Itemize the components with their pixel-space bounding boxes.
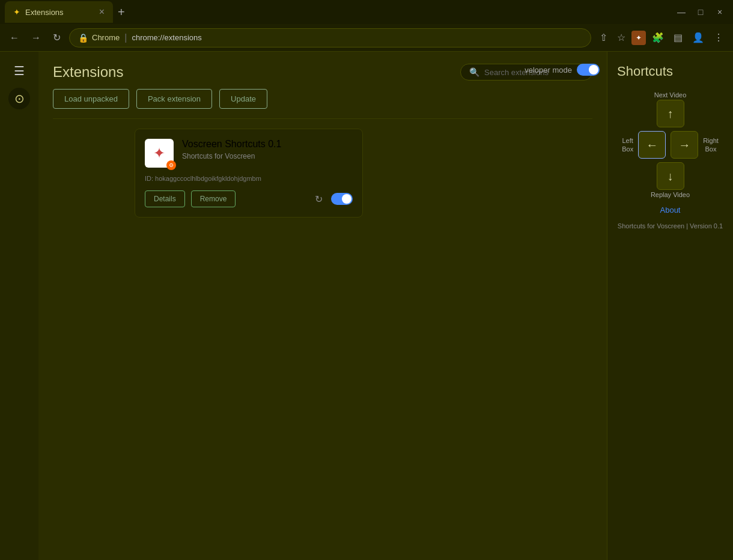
extension-description: Shortcuts for Voscreen (182, 152, 353, 160)
tab-icon: ✦ (13, 7, 20, 17)
maximize-button[interactable]: □ (692, 4, 709, 20)
address-separator: | (124, 32, 127, 43)
shortcuts-title: Shortcuts (617, 64, 723, 79)
voscreen-toolbar-icon[interactable]: ✦ (631, 31, 646, 45)
load-unpacked-button[interactable]: Load unpacked (53, 89, 129, 109)
tab-title: Extensions (25, 8, 64, 17)
profile-button[interactable]: 👤 (689, 29, 708, 46)
extensions-list: ✦ ⚙ Voscreen Shortcuts 0.1 Shortcuts for… (38, 119, 607, 560)
back-button[interactable]: ← (6, 30, 23, 46)
extension-name-line: Voscreen Shortcuts 0.1 (182, 139, 353, 150)
forward-button[interactable]: → (28, 30, 44, 46)
next-video-label: Next Video (654, 91, 687, 99)
extensions-logo: ⊙ (8, 88, 30, 109)
sidebar-button[interactable]: ▤ (670, 29, 686, 46)
page-layout: ☰ ⊙ Extensions 🔍 Load unpacked Pack exte… (0, 52, 733, 560)
details-button[interactable]: Details (145, 190, 185, 207)
main-content: Extensions 🔍 Load unpacked Pack extensio… (38, 52, 607, 560)
down-arrow-key[interactable]: ↓ (657, 162, 684, 190)
lr-row: Left Box ← → Right Box (622, 131, 719, 159)
left-arrow-key[interactable]: ← (638, 131, 666, 159)
shortcuts-panel: Shortcuts Next Video ↑ Left Box ← → Righ… (607, 52, 733, 560)
extension-badge: ⚙ (166, 160, 176, 170)
extension-logo-icon: ✦ (153, 145, 165, 162)
toggle-track (331, 193, 353, 205)
toggle-thumb (342, 194, 351, 204)
security-icon: 🔒 (78, 33, 88, 43)
address-input[interactable]: 🔒 Chrome | chrome://extensions (69, 28, 591, 47)
up-arrow-key[interactable]: ↑ (657, 100, 684, 127)
left-box-label: Left (622, 137, 633, 144)
extensions-puzzle-button[interactable]: 🧩 (648, 29, 668, 46)
extension-version: 0.1 (268, 139, 281, 149)
sidebar: ☰ ⊙ (0, 52, 38, 560)
replay-video-label: Replay Video (651, 191, 690, 198)
right-box-label: Right (703, 137, 719, 144)
page-title: Extensions (53, 64, 123, 81)
extension-card-header: ✦ ⚙ Voscreen Shortcuts 0.1 Shortcuts for… (145, 139, 353, 168)
menu-button[interactable]: ⋮ (710, 29, 727, 46)
developer-mode-toggle[interactable] (577, 64, 600, 76)
next-video-row: ↑ (657, 100, 684, 127)
cast-button[interactable]: ⇧ (596, 29, 611, 46)
extension-card: ✦ ⚙ Voscreen Shortcuts 0.1 Shortcuts for… (135, 129, 363, 218)
active-tab[interactable]: ✦ Extensions × (5, 1, 113, 23)
dev-toggle-thumb (589, 65, 598, 75)
update-button[interactable]: Update (219, 89, 267, 109)
developer-mode-label: veloper mode (525, 65, 572, 75)
url-path: chrome://extensions (132, 33, 201, 42)
extension-actions: Details Remove ↻ (145, 190, 353, 207)
extension-id: ID: hokaggccoclhlbdgoikfgkldohjdgmbm (145, 175, 353, 182)
address-bar: ← → ↻ 🔒 Chrome | chrome://extensions ⇧ ☆… (0, 24, 733, 52)
developer-mode-area: veloper mode (517, 64, 607, 76)
new-tab-button[interactable]: + (113, 5, 130, 19)
tab-area: ✦ Extensions × + (5, 1, 673, 23)
about-link[interactable]: About (617, 205, 723, 215)
extension-logo: ✦ ⚙ (145, 139, 174, 168)
extension-name: Voscreen Shortcuts (182, 139, 266, 149)
pack-extension-button[interactable]: Pack extension (136, 89, 212, 109)
right-arrow-key[interactable]: → (671, 131, 698, 159)
action-buttons: Load unpacked Pack extension Update (38, 89, 607, 118)
refresh-button[interactable]: ↻ (49, 29, 64, 46)
extension-info: Voscreen Shortcuts 0.1 Shortcuts for Vos… (182, 139, 353, 160)
shortcuts-grid: Next Video ↑ Left Box ← → Right Box ↓ (617, 91, 723, 198)
tab-close-button[interactable]: × (99, 7, 105, 17)
window-controls: — □ × (673, 4, 728, 20)
extension-refresh-button[interactable]: ↻ (312, 191, 325, 207)
sidebar-menu-button[interactable]: ☰ (9, 59, 29, 83)
left-box-label-2: Box (622, 145, 633, 153)
toolbar-icons: ⇧ ☆ ✦ 🧩 ▤ 👤 ⋮ (596, 29, 727, 46)
right-box-label-2: Box (705, 145, 717, 153)
minimize-button[interactable]: — (673, 4, 690, 20)
bookmark-button[interactable]: ☆ (613, 29, 629, 46)
extension-toggle[interactable] (331, 193, 353, 205)
title-bar: ✦ Extensions × + — □ × (0, 0, 733, 24)
search-icon: 🔍 (469, 67, 479, 77)
remove-button[interactable]: Remove (191, 190, 236, 207)
close-button[interactable]: × (711, 4, 728, 20)
replay-row: ↓ (657, 162, 684, 190)
site-name: Chrome (92, 33, 120, 42)
shortcuts-footer: Shortcuts for Voscreen | Version 0.1 (617, 222, 723, 231)
